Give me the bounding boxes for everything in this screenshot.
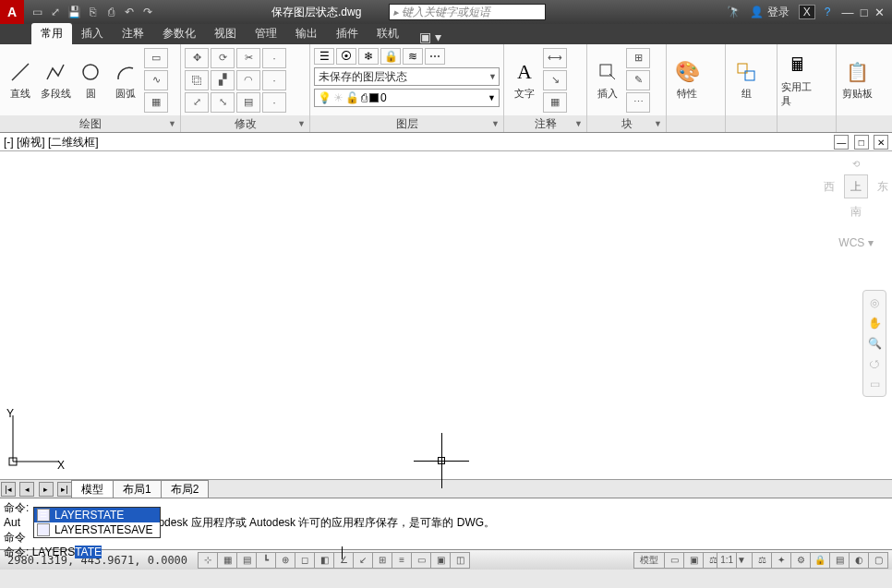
- panel-group-title: [726, 115, 777, 132]
- create-block-icon[interactable]: ⊞: [626, 48, 650, 68]
- panel-draw-title[interactable]: 绘图▼: [0, 115, 180, 132]
- layerstate-dropdown[interactable]: 未保存的图层状态▼: [314, 67, 500, 86]
- layer-color-swatch: [369, 93, 379, 102]
- trim-icon[interactable]: ✂: [236, 48, 260, 68]
- tab-next-icon[interactable]: ▸: [39, 482, 54, 497]
- minimize-button[interactable]: —: [839, 6, 855, 19]
- clipboard-button[interactable]: 📋剪贴板: [840, 59, 874, 101]
- command-input[interactable]: 命令: LAYERSTATE: [4, 545, 888, 559]
- ucs-icon: YX: [4, 406, 68, 474]
- dim-icon[interactable]: ⟷: [543, 48, 567, 68]
- qat-saveas-icon[interactable]: ⎘: [85, 5, 100, 19]
- nav-wheel-icon[interactable]: ◎: [870, 296, 879, 309]
- model-tab[interactable]: 模型: [71, 480, 114, 498]
- tab-parametric[interactable]: 参数化: [153, 23, 205, 44]
- panel-clip-title: [837, 115, 892, 132]
- extra3-icon[interactable]: ·: [262, 92, 286, 113]
- qat-redo-icon[interactable]: ↷: [140, 5, 155, 19]
- vp-close-icon[interactable]: ✕: [874, 135, 888, 150]
- layout2-tab[interactable]: 布局2: [161, 480, 210, 498]
- layer-dropdown[interactable]: 💡☀🔓⎙ 0 ▼: [314, 89, 500, 107]
- tab-first-icon[interactable]: |◂: [1, 482, 16, 497]
- layout1-tab[interactable]: 布局1: [113, 480, 162, 498]
- extra1-icon[interactable]: ·: [262, 48, 286, 68]
- tab-plugins[interactable]: 插件: [327, 23, 368, 44]
- autocomplete-item[interactable]: ☰LAYERSTATE: [34, 508, 160, 522]
- qat-print-icon[interactable]: ⎙: [103, 5, 118, 19]
- login-button[interactable]: 👤 登录: [750, 5, 789, 20]
- qat-open-icon[interactable]: ⤢: [48, 5, 63, 19]
- scale-icon[interactable]: ⤡: [211, 92, 235, 113]
- app-logo[interactable]: A: [0, 0, 24, 24]
- exchange-icon[interactable]: X: [799, 5, 815, 19]
- nav-pan-icon[interactable]: ✋: [868, 317, 882, 330]
- tab-annotate[interactable]: 注释: [113, 23, 153, 44]
- stretch-icon[interactable]: ⤢: [185, 92, 209, 113]
- layerlock-icon[interactable]: 🔒: [380, 48, 401, 65]
- utilities-button[interactable]: 🖩实用工具: [781, 53, 814, 108]
- navigation-bar[interactable]: ◎ ✋ 🔍 ⭯ ▭: [862, 290, 886, 397]
- binoculars-icon[interactable]: 🔭: [727, 6, 741, 18]
- autocomplete-item[interactable]: LAYERSTATESAVE: [34, 522, 160, 537]
- text-button[interactable]: A文字: [508, 59, 541, 101]
- table-icon[interactable]: ▦: [543, 92, 567, 113]
- maximize-button[interactable]: □: [859, 6, 870, 19]
- group-button[interactable]: 组: [729, 59, 763, 101]
- array-icon[interactable]: ▤: [236, 92, 260, 113]
- tab-prev-icon[interactable]: ◂: [19, 482, 34, 497]
- insert-button[interactable]: 插入: [591, 59, 624, 101]
- tab-view[interactable]: 视图: [205, 23, 246, 44]
- tab-extra-icon[interactable]: ▣ ▾: [419, 30, 441, 44]
- nav-zoom-icon[interactable]: 🔍: [868, 337, 882, 350]
- tab-online[interactable]: 联机: [368, 23, 408, 44]
- panel-block-title[interactable]: 块▼: [587, 115, 666, 132]
- panel-layer-title[interactable]: 图层▼: [310, 115, 503, 132]
- search-input[interactable]: ▸ 键入关键字或短语: [389, 4, 546, 20]
- move-icon[interactable]: ✥: [185, 48, 209, 68]
- layerprops-icon[interactable]: ☰: [314, 48, 334, 65]
- arc-button[interactable]: 圆弧: [109, 59, 142, 101]
- attr-block-icon[interactable]: ⋯: [626, 92, 650, 113]
- help-icon[interactable]: ?: [825, 6, 831, 18]
- tab-insert[interactable]: 插入: [72, 23, 113, 44]
- line-button[interactable]: 直线: [4, 59, 37, 101]
- mirror-icon[interactable]: ▞: [211, 70, 235, 90]
- leader-icon[interactable]: ↘: [543, 70, 567, 90]
- properties-button[interactable]: 🎨特性: [670, 59, 704, 101]
- layeroff-icon[interactable]: ⦿: [336, 48, 356, 65]
- spline-icon[interactable]: ∿: [144, 70, 168, 90]
- nav-orbit-icon[interactable]: ⭯: [869, 357, 880, 370]
- drawing-viewport[interactable]: YX ⟲ 西 上 东 南 WCS ▾ ◎ ✋ 🔍 ⭯ ▭: [0, 151, 892, 479]
- qat-save-icon[interactable]: 💾: [66, 5, 81, 19]
- autocomplete-popup[interactable]: ☰LAYERSTATE LAYERSTATESAVE: [33, 507, 161, 538]
- viewport-label[interactable]: [-] [俯视] [二维线框]: [4, 135, 99, 149]
- layermore-icon[interactable]: ⋯: [425, 48, 445, 65]
- panel-util-title: [777, 115, 836, 132]
- tab-last-icon[interactable]: ▸|: [57, 482, 72, 497]
- polyline-button[interactable]: 多段线: [39, 59, 72, 101]
- qat-new-icon[interactable]: ▭: [30, 5, 44, 19]
- hatch-icon[interactable]: ▦: [144, 92, 168, 113]
- qat-undo-icon[interactable]: ↶: [122, 5, 137, 19]
- tab-output[interactable]: 输出: [286, 23, 327, 44]
- copy-icon[interactable]: ⿻: [185, 70, 209, 90]
- layerfreeze-icon[interactable]: ❄: [358, 48, 379, 65]
- edit-block-icon[interactable]: ✎: [626, 70, 650, 90]
- tab-home[interactable]: 常用: [31, 23, 72, 44]
- tab-manage[interactable]: 管理: [246, 23, 286, 44]
- fillet-icon[interactable]: ◠: [236, 70, 260, 90]
- rect-icon[interactable]: ▭: [144, 48, 168, 68]
- viewcube[interactable]: ⟲ 西 上 东 南 WCS ▾: [824, 159, 888, 249]
- layermatch-icon[interactable]: ≋: [403, 48, 423, 65]
- rotate-icon[interactable]: ⟳: [211, 48, 235, 68]
- close-button[interactable]: ✕: [873, 6, 886, 19]
- nav-showmotion-icon[interactable]: ▭: [870, 378, 880, 390]
- extra2-icon[interactable]: ·: [262, 70, 286, 90]
- circle-button[interactable]: 圆: [74, 59, 107, 101]
- command-window[interactable]: 命令: Aut 件上次由 Autodesk 应用程序或 Autodesk 许可的…: [0, 498, 892, 549]
- panel-annot-title[interactable]: 注释▼: [504, 115, 586, 132]
- panel-modify-title[interactable]: 修改▼: [181, 115, 309, 132]
- vp-min-icon[interactable]: —: [834, 135, 849, 150]
- vp-max-icon[interactable]: □: [854, 135, 869, 150]
- svg-text:Y: Y: [6, 407, 14, 420]
